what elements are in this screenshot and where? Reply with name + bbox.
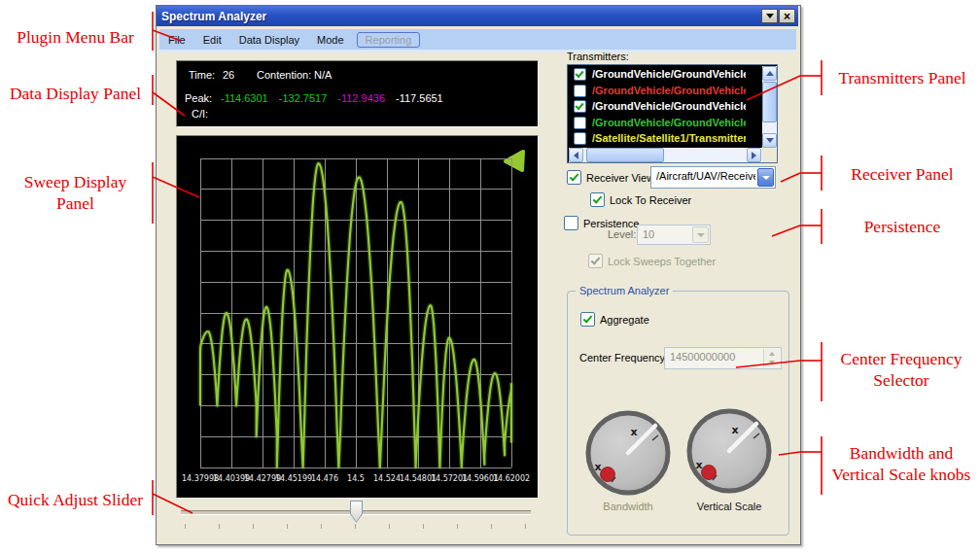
transmitter-row[interactable]: /Satellite/Satellite1/Transmitter/Transm	[569, 131, 746, 147]
annotation-sweep-line1: Sweep Display	[0, 171, 151, 192]
window-title: Spectrum Analyzer	[157, 10, 266, 23]
lock-to-receiver-checkbox[interactable]	[590, 192, 605, 207]
sweep-display-panel: 14.3799814.4039914.4279914.4519914.47614…	[176, 135, 539, 499]
time-value: 26	[223, 69, 234, 81]
receiver-combo[interactable]: /Aircraft/UAV/Receive	[650, 166, 776, 189]
transmitter-row[interactable]: /GroundVehicle/GroundVehicle4/Tran	[569, 99, 746, 115]
peak-value: -114.6301	[221, 92, 268, 104]
level-combo-value: 10	[643, 228, 690, 240]
chevron-down-icon	[766, 14, 774, 18]
menu-item-mode[interactable]: Mode	[308, 32, 353, 48]
slider-tick	[389, 524, 390, 529]
transmitters-label: Transmitters:	[567, 51, 629, 62]
slider-tick	[185, 524, 186, 529]
transmitter-row[interactable]: /GroundVehicle/GroundVehicle3/Trans	[569, 84, 746, 99]
annotation-quick-adjust-slider: Quick Adjust Slider	[0, 489, 151, 510]
knob-red-dot	[702, 466, 717, 480]
transmitter-label: /GroundVehicle/GroundVehicle2/Trans	[592, 68, 746, 80]
annotation-plugin-menu-bar: Plugin Menu Bar	[0, 26, 151, 48]
peak-value: -132.7517	[279, 92, 328, 104]
slider-tick	[321, 524, 322, 529]
svg-text:14.62002: 14.62002	[493, 474, 530, 483]
transmitter-checkbox[interactable]	[574, 132, 586, 145]
arrow-up-icon	[766, 71, 774, 76]
menu-item-data-display[interactable]: Data Display	[230, 32, 308, 48]
bandwidth-knob[interactable]: x x	[583, 408, 673, 498]
menu-item-file[interactable]: File	[159, 32, 194, 48]
scrollbar-corner	[762, 148, 777, 162]
screenshot-canvas: Plugin Menu Bar Data Display Panel Sweep…	[0, 0, 980, 554]
scroll-left-button[interactable]	[569, 148, 583, 162]
transmitter-label: /Satellite/Satellite1/Transmitter/Transm	[592, 132, 746, 144]
contention-label: Contention:	[257, 69, 311, 81]
peak-label: Peak:	[185, 92, 212, 104]
level-combo: 10	[637, 225, 711, 245]
knob-x-mark: x	[630, 426, 637, 438]
slider-tick	[355, 524, 356, 529]
transmitter-checkbox[interactable]	[574, 68, 586, 81]
chevron-down-icon	[762, 176, 770, 180]
contention-value: N/A	[314, 69, 332, 81]
scroll-up-button[interactable]	[762, 66, 777, 81]
titlebar-close-button[interactable]: ×	[779, 9, 795, 23]
annotation-data-display-panel: Data Display Panel	[0, 83, 151, 104]
arrow-right-icon	[752, 152, 756, 159]
center-frequency-value: 14500000000	[670, 351, 761, 363]
svg-text:14.476: 14.476	[311, 474, 338, 483]
annotation-receiver-panel: Receiver Panel	[824, 163, 980, 185]
aggregate-label: Aggregate	[600, 314, 649, 326]
svg-text:14.5: 14.5	[347, 474, 365, 483]
annotation-knobs: Bandwidth and Vertical Scale knobs	[822, 442, 980, 485]
time-label: Time:	[189, 69, 215, 81]
aggregate-checkbox[interactable]	[580, 312, 595, 327]
transmitter-checkbox[interactable]	[574, 117, 586, 129]
slider-tick	[525, 524, 526, 529]
close-icon: ×	[784, 12, 790, 21]
arrow-left-icon	[574, 152, 578, 159]
vertical-scrollbar-thumb[interactable]	[762, 82, 777, 122]
receiver-view-checkbox[interactable]	[567, 170, 581, 185]
knob-x-mark: x	[695, 459, 702, 471]
menu-item-reporting: Reporting	[357, 32, 421, 48]
slider-tick	[491, 524, 492, 529]
slider-tick	[423, 524, 424, 529]
transmitter-checkbox[interactable]	[574, 100, 586, 113]
transmitter-list[interactable]: /GroundVehicle/GroundVehicle2/Trans/Grou…	[567, 64, 778, 163]
annotation-knobs-line1: Bandwidth and	[822, 442, 980, 464]
transmitter-row[interactable]: /GroundVehicle/GroundVehicle2/Trans	[569, 67, 746, 83]
menu-item-edit[interactable]: Edit	[194, 32, 230, 48]
transmitter-row[interactable]: /GroundVehicle/GroundVehicle5/Trans	[569, 116, 746, 131]
slider-tick	[457, 524, 458, 529]
spin-up-button	[764, 349, 780, 359]
vertical-scale-knob[interactable]: x x	[684, 406, 774, 496]
scroll-right-button[interactable]	[747, 148, 761, 162]
sweep-chart: 14.3799814.4039914.4279914.4519914.47614…	[177, 136, 536, 496]
window-titlebar[interactable]: Spectrum Analyzer	[157, 6, 798, 26]
annotation-knobs-line2: Vertical Scale knobs	[822, 464, 980, 485]
lock-to-receiver-label: Lock To Receiver	[610, 194, 691, 206]
combo-arrow-button[interactable]	[757, 168, 774, 187]
persistence-checkbox[interactable]	[564, 216, 578, 230]
annotation-center-freq-line2: Selector	[822, 369, 980, 391]
peak-value: -117.5651	[396, 92, 443, 104]
vertical-scale-knob-label: Vertical Scale	[684, 501, 774, 512]
svg-text:14.524: 14.524	[373, 474, 401, 483]
spinner	[763, 349, 780, 367]
knob-x-mark: x	[594, 461, 601, 473]
transmitter-label: /GroundVehicle/GroundVehicle3/Trans	[592, 85, 746, 96]
level-combo-arrow	[692, 226, 709, 243]
arrow-down-icon	[766, 138, 774, 143]
transmitter-checkbox[interactable]	[574, 85, 586, 97]
lock-sweeps-checkbox	[588, 254, 603, 268]
ci-label: C/I:	[192, 108, 208, 120]
transmitter-label: /GroundVehicle/GroundVehicle5/Trans	[592, 117, 746, 128]
center-frequency-label: Center Frequency:	[579, 352, 668, 364]
sweep-marker-icon	[506, 152, 523, 170]
knob-red-dot	[601, 467, 615, 482]
horizontal-scrollbar-thumb[interactable]	[586, 148, 664, 162]
scroll-down-button[interactable]	[762, 133, 777, 148]
titlebar-dropdown-button[interactable]	[761, 9, 778, 23]
annotation-persistence: Persistence	[824, 216, 980, 237]
spin-down-button	[764, 359, 780, 368]
peak-values: -114.6301-132.7517-112.9436-117.5651	[221, 92, 454, 104]
